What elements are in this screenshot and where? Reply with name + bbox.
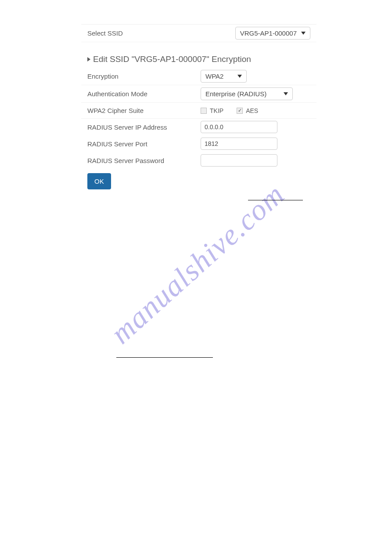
tkip-label: TKIP [210, 107, 223, 114]
auth-mode-row: Authentication Mode Enterprise (RADIUS) [81, 85, 316, 103]
decorative-line [248, 200, 303, 200]
edit-ssid-title: Edit SSID "VRG5-AP1-000007" Encryption [81, 42, 316, 68]
aes-checkbox[interactable] [237, 108, 243, 114]
decorative-line [116, 357, 213, 358]
chevron-down-icon [301, 32, 306, 35]
radius-pass-row: RADIUS Server Password [81, 152, 316, 169]
radius-port-label: RADIUS Server Port [87, 138, 201, 149]
radius-port-row: RADIUS Server Port [81, 135, 316, 152]
ok-button[interactable]: OK [87, 173, 111, 189]
encryption-label: Encryption [87, 71, 201, 82]
ssid-select[interactable]: VRG5-AP1-000007 [235, 27, 310, 40]
chevron-right-icon [87, 57, 90, 62]
radius-ip-label: RADIUS Server IP Address [87, 122, 201, 133]
chevron-down-icon [237, 75, 242, 78]
cipher-suite-row: WPA2 Cipher Suite TKIP AES [81, 103, 316, 119]
select-ssid-row: Select SSID VRG5-AP1-000007 [81, 25, 316, 42]
radius-pass-input[interactable] [201, 154, 277, 167]
aes-label: AES [246, 107, 258, 114]
select-ssid-label: Select SSID [87, 28, 196, 39]
radius-ip-input[interactable] [201, 121, 277, 133]
auth-mode-label: Authentication Mode [87, 88, 201, 99]
encryption-panel: Select SSID VRG5-AP1-000007 Edit SSID "V… [81, 24, 316, 194]
radius-pass-label: RADIUS Server Password [87, 155, 201, 166]
cipher-suite-label: WPA2 Cipher Suite [87, 105, 201, 116]
tkip-checkbox[interactable] [201, 108, 207, 114]
encryption-select[interactable]: WPA2 [201, 70, 247, 83]
auth-mode-select[interactable]: Enterprise (RADIUS) [201, 87, 293, 100]
ssid-select-value: VRG5-AP1-000007 [240, 29, 297, 37]
radius-ip-row: RADIUS Server IP Address [81, 119, 316, 135]
encryption-value: WPA2 [205, 73, 223, 80]
chevron-down-icon [284, 92, 288, 95]
edit-ssid-title-text: Edit SSID "VRG5-AP1-000007" Encryption [93, 54, 251, 64]
encryption-row: Encryption WPA2 [81, 68, 316, 85]
radius-port-input[interactable] [201, 138, 277, 150]
auth-mode-value: Enterprise (RADIUS) [205, 90, 266, 98]
